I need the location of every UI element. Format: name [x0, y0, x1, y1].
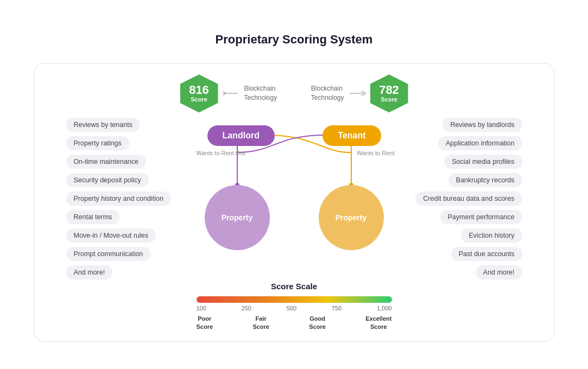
landlord-node: Landlord — [207, 125, 275, 146]
center-area: 816 Score BlockchainTechnology — [180, 74, 408, 330]
right-pill: Social media profiles — [444, 155, 522, 169]
left-pill: Security deposit policy — [66, 173, 149, 187]
left-pill: Property ratings — [66, 136, 129, 150]
blockchain-text-left: BlockchainTechnology — [244, 84, 277, 103]
scale-marker: 100 — [197, 305, 206, 311]
property-circle-landlord: Property — [205, 185, 270, 250]
score-scale-section: Score Scale 1002505007501,000 Poor Score… — [180, 282, 408, 330]
tenant-pill: Tenant — [323, 125, 381, 146]
main-layout: Reviews by tenantsProperty ratingsOn-tim… — [66, 74, 522, 330]
scale-labels: 1002505007501,000 — [197, 305, 392, 311]
page-title: Proprietary Scoring System — [34, 33, 555, 47]
outer-box: Reviews by tenantsProperty ratingsOn-tim… — [34, 63, 555, 342]
left-pill: Move-in / Move-out rules — [66, 228, 156, 243]
score-row: 816 Score BlockchainTechnology — [180, 74, 408, 112]
scale-marker: 500 — [287, 305, 296, 311]
wants-rent-text: Wants to Rent — [357, 150, 394, 156]
right-pill: And more! — [476, 265, 522, 279]
scale-marker: 1,000 — [377, 305, 392, 311]
wants-rent-out-text: Wants to Rent Out — [197, 150, 245, 156]
score-right-group: BlockchainTechnology 782 Score — [311, 74, 408, 112]
scale-desc-item: Fair Score — [252, 315, 269, 330]
right-pill: Application information — [438, 136, 522, 150]
score-number-right: 782 — [379, 84, 399, 96]
property-circle-tenant-wrapper: Property — [319, 185, 384, 250]
right-pill: Credit bureau data and scores — [415, 192, 522, 206]
score-number-left: 816 — [189, 84, 209, 96]
left-sidebar: Reviews by tenantsProperty ratingsOn-tim… — [66, 74, 175, 279]
landlord-pill: Landlord — [207, 125, 275, 146]
score-box-right: 782 Score — [370, 74, 408, 112]
right-pill: Eviction history — [461, 228, 522, 243]
property-circle-landlord-wrapper: Property — [205, 185, 270, 250]
scale-bar-container: 1002505007501,000 Poor ScoreFair ScoreGo… — [180, 296, 408, 330]
property-circle-tenant: Property — [319, 185, 384, 250]
right-pill: Reviews by landlords — [442, 118, 522, 132]
right-pill: Past due accounts — [451, 247, 522, 261]
left-pill: And more! — [66, 265, 113, 279]
main-container: Proprietary Scoring System Reviews by te… — [23, 16, 566, 353]
blockchain-text-right: BlockchainTechnology — [311, 84, 344, 103]
scale-desc-item: Poor Score — [197, 315, 213, 330]
diagram-wrapper: Landlord Tenant Wants to Rent Out Wants … — [180, 120, 408, 272]
left-pill: Reviews by tenants — [66, 118, 140, 132]
tenant-node: Tenant — [323, 125, 381, 146]
arrow-left-icon — [223, 90, 240, 97]
left-pill: Rental terms — [66, 210, 120, 224]
score-label-left: Score — [191, 96, 207, 103]
right-pill: Bankruptcy records — [448, 173, 522, 187]
scale-marker: 750 — [332, 305, 342, 311]
scale-desc-item: Good Score — [309, 315, 326, 330]
score-left-group: 816 Score BlockchainTechnology — [180, 74, 277, 112]
right-sidebar: Reviews by landlordsApplication informat… — [414, 74, 522, 279]
scale-bar — [197, 296, 392, 303]
score-box-left: 816 Score — [180, 74, 218, 112]
right-pill: Payment performance — [440, 210, 522, 224]
score-label-right: Score — [381, 96, 397, 103]
left-pill: Property history and condition — [66, 192, 171, 206]
left-pill: On-time maintenance — [66, 155, 147, 169]
scale-desc: Poor ScoreFair ScoreGood ScoreExcellent … — [197, 315, 392, 330]
score-scale-title: Score Scale — [180, 282, 408, 291]
arrow-right-icon — [349, 90, 366, 97]
scale-marker: 250 — [242, 305, 251, 311]
left-pill: Prompt communication — [66, 247, 151, 261]
scale-desc-item: Excellent Score — [365, 315, 391, 330]
